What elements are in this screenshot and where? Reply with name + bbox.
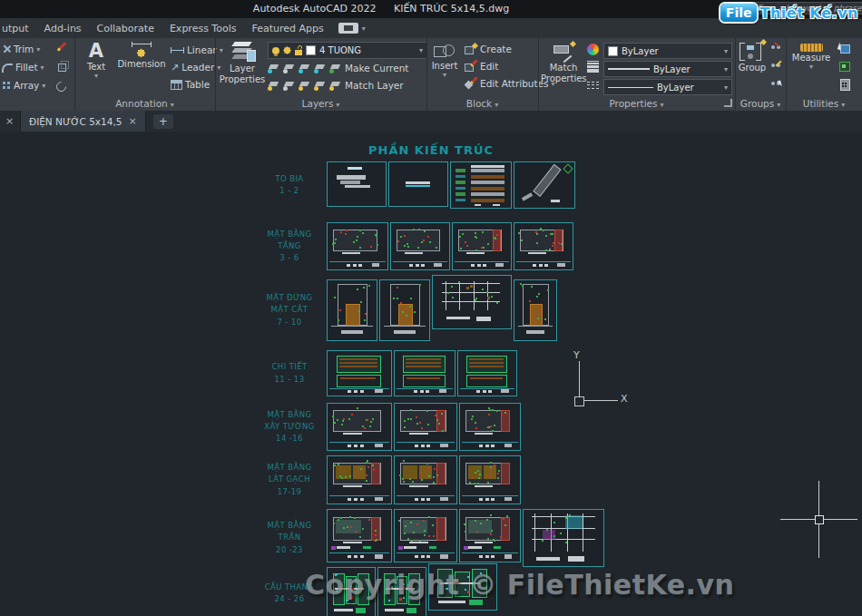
layer-properties-button[interactable]: Layer Properties [219, 42, 266, 84]
erase-button[interactable] [56, 41, 67, 53]
edit-block-button[interactable]: Edit [465, 61, 498, 72]
panel-properties: Match Properties ByLayer ▾ ByLayer ▾ ByL… [538, 38, 735, 111]
measure-button[interactable]: Measure ▾ [789, 44, 833, 70]
close-tab-icon[interactable]: × [128, 116, 136, 126]
dialog-launcher-icon[interactable] [724, 99, 732, 107]
drawing-thumbnail[interactable] [459, 455, 521, 504]
panel-label-layers[interactable]: Layers▾ [215, 98, 426, 109]
drawing-thumbnail[interactable] [450, 161, 512, 209]
layer-lock-icon[interactable] [314, 62, 327, 73]
drawing-thumbnail[interactable] [327, 222, 388, 270]
thumb-graphic [367, 419, 368, 421]
linetype-dropdown[interactable]: ByLayer ▾ [603, 79, 732, 95]
file-tab-active[interactable]: ĐIỆN NƯỚC 5x14,5 × [21, 111, 146, 132]
drawing-thumbnail[interactable] [327, 350, 392, 396]
lineweight-dropdown[interactable]: ByLayer ▾ [603, 61, 732, 77]
leader-button[interactable]: ↗ Leader▾ [171, 62, 220, 73]
layer-dropdown[interactable]: 4 TUONG ▾ [268, 42, 427, 59]
drawing-thumbnail[interactable] [459, 403, 521, 451]
new-tab-button[interactable]: + [153, 114, 173, 129]
group-edit-button[interactable] [770, 61, 782, 72]
create-block-button[interactable]: Create [465, 44, 512, 54]
insert-button[interactable]: Insert ▾ [430, 42, 459, 78]
dimension-button[interactable]: Dimension [114, 42, 169, 70]
menu-item-featured-apps[interactable]: Featured Apps [251, 23, 323, 34]
panel-label-block[interactable]: Block▾ [426, 98, 538, 109]
sheet-row-label: MẶT BẰNGXÂY TƯỜNG14 -16 [256, 409, 323, 445]
drawing-thumbnail[interactable] [523, 509, 604, 567]
quick-calc-button[interactable] [838, 79, 850, 90]
lineweight-icon-button[interactable] [587, 61, 599, 73]
layer-unlock-all-icon[interactable] [314, 79, 327, 91]
match-properties-button[interactable]: Match Properties [541, 42, 586, 83]
panel-label-groups[interactable]: Groups▾ [735, 98, 786, 109]
panel-label-annotation[interactable]: Annotation▾ [74, 98, 215, 109]
drawing-thumbnail[interactable] [390, 222, 450, 270]
drawing-thumbnail[interactable] [514, 222, 573, 270]
menu-item-utput[interactable]: utput [2, 23, 29, 34]
menu-item-collaborate[interactable]: Collaborate [97, 23, 154, 34]
match-layer-icon[interactable] [329, 79, 342, 91]
drawing-thumbnail[interactable] [452, 222, 512, 270]
array-button[interactable]: Array▾ [2, 80, 45, 91]
ribbon-display-toggle[interactable]: ▾ [338, 23, 366, 34]
drawing-thumbnail[interactable] [379, 279, 430, 341]
match-layer-label[interactable]: Match Layer [345, 80, 404, 91]
ungroup-button[interactable] [770, 43, 782, 54]
thumb-graphic [413, 532, 415, 533]
drawing-thumbnail[interactable] [327, 161, 387, 207]
layer-isolate-icon[interactable] [268, 62, 280, 73]
thumb-graphic [349, 516, 351, 518]
drawing-thumbnail[interactable] [459, 509, 521, 562]
text-button[interactable]: A Text ▾ [80, 42, 113, 79]
thumb-graphic [540, 228, 542, 230]
drawing-thumbnail[interactable] [457, 350, 517, 396]
menu-item-add-ins[interactable]: Add-ins [44, 23, 82, 34]
layer-off-icon[interactable] [268, 79, 280, 91]
thumb-graphic [477, 483, 479, 484]
file-tab-partial[interactable]: × [0, 111, 21, 132]
group-button[interactable]: Group [737, 42, 768, 73]
make-current-icon[interactable] [329, 62, 342, 73]
color-wheel-button[interactable] [587, 44, 599, 55]
drawing-canvas[interactable]: PHẦN KIẾN TRÚC TO BIA1 - 2MẶT BẰNGTẦNG3 … [0, 132, 862, 616]
quick-select-button[interactable] [838, 43, 850, 54]
drawing-thumbnail[interactable] [327, 279, 377, 341]
thumb-graphic [447, 292, 449, 294]
drawing-thumbnail[interactable] [327, 567, 376, 616]
table-button[interactable]: Table [171, 79, 210, 90]
drawing-thumbnail[interactable] [428, 563, 497, 611]
drawing-thumbnail[interactable] [514, 161, 575, 209]
drawing-thumbnail[interactable] [327, 455, 392, 504]
offset-button[interactable] [56, 82, 66, 92]
panel-label-properties[interactable]: Properties▾ [538, 98, 735, 109]
menu-item-express-tools[interactable]: Express Tools [170, 23, 237, 34]
drawing-thumbnail[interactable] [394, 509, 457, 562]
layer-thaw-all-icon[interactable] [299, 79, 311, 91]
drawing-thumbnail[interactable] [394, 403, 457, 451]
group-select-button[interactable] [770, 79, 782, 90]
make-current-label[interactable]: Make Current [345, 63, 408, 73]
drawing-thumbnail[interactable] [377, 567, 426, 616]
drawing-thumbnail[interactable] [327, 403, 392, 451]
fillet-button[interactable]: Fillet▾ [2, 62, 44, 73]
panel-label-utilities[interactable]: Utilities▾ [786, 98, 862, 109]
thumb-graphic [471, 181, 504, 184]
id-point-button[interactable] [838, 61, 850, 72]
linetype-icon-button[interactable] [587, 79, 599, 91]
trim-button[interactable]: Trim▾ [2, 44, 40, 54]
layer-on-all-icon[interactable] [283, 79, 296, 91]
drawing-thumbnail[interactable] [394, 350, 455, 396]
layer-unisolate-icon[interactable] [283, 62, 296, 73]
drawing-thumbnail[interactable] [514, 279, 557, 341]
ribbon-minimize-button[interactable] [338, 23, 358, 34]
object-color-dropdown[interactable]: ByLayer ▾ [603, 43, 732, 59]
close-tab-icon[interactable]: × [5, 116, 14, 126]
layer-freeze-icon[interactable] [299, 62, 311, 73]
drawing-thumbnail[interactable] [394, 455, 457, 504]
drawing-thumbnail[interactable] [432, 275, 512, 329]
copy-button[interactable] [56, 60, 68, 73]
chevron-down-icon[interactable]: ▾ [362, 24, 366, 33]
drawing-thumbnail[interactable] [388, 161, 448, 207]
drawing-thumbnail[interactable] [327, 509, 392, 562]
